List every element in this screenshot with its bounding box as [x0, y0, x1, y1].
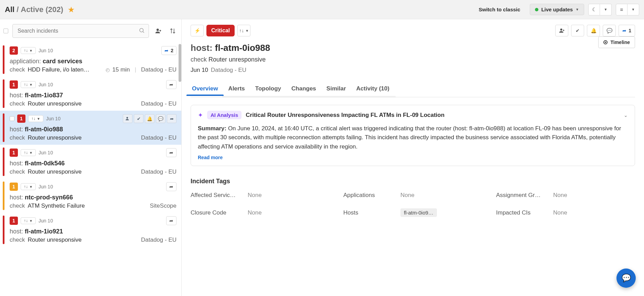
- select-all-checkbox[interactable]: [3, 29, 8, 33]
- chevron-down-icon: ▼: [29, 49, 33, 53]
- title-prefix: host:: [10, 126, 23, 133]
- tag-hosts: Hosts fl-atm-0io9…: [343, 208, 482, 217]
- host-chip[interactable]: fl-atm-0io9…: [400, 208, 437, 217]
- assign-user-button[interactable]: [153, 26, 163, 36]
- dark-mode-button[interactable]: ☾: [588, 4, 600, 15]
- share-icon: ➦: [169, 218, 173, 223]
- switch-to-classic-link[interactable]: Switch to classic: [479, 7, 520, 12]
- chevron-down-icon: ▼: [604, 8, 608, 11]
- severity-pill[interactable]: Critical: [206, 25, 235, 36]
- incident-date: Jun 10: [39, 184, 53, 189]
- tab-alerts[interactable]: Alerts: [227, 83, 246, 97]
- automation-button[interactable]: ⚡: [191, 25, 204, 36]
- ack-button[interactable]: ✔: [134, 114, 143, 123]
- layout-dropdown-button[interactable]: ▼: [627, 4, 639, 15]
- check-label: check: [10, 168, 25, 175]
- chat-fab[interactable]: 💬: [616, 268, 636, 288]
- sort-chip[interactable]: ↑↓▼: [21, 47, 36, 54]
- share-button[interactable]: ➦: [167, 114, 176, 123]
- timeline-button[interactable]: Timeline: [598, 36, 635, 48]
- incident-title: host: fl-atm-0dk546: [10, 160, 176, 167]
- breadcrumb-all[interactable]: All: [5, 5, 14, 14]
- sort-chip[interactable]: ↑↓▼: [21, 183, 36, 190]
- sort-chip[interactable]: ↑↓▼: [21, 149, 36, 156]
- ai-headline: Critical Router Unresponsiveness Impacti…: [246, 112, 444, 119]
- title-value: fl-atm-1io837: [25, 92, 63, 99]
- svg-point-4: [560, 29, 562, 31]
- clock-icon: ◴: [106, 67, 110, 73]
- comment-button[interactable]: 💬: [156, 114, 165, 123]
- share-icon: ➦: [169, 150, 173, 155]
- incident-title: host: fl-atm-0io988: [191, 43, 598, 53]
- notify-button[interactable]: 🔔: [587, 25, 600, 36]
- share-button[interactable]: ➦ 1: [619, 25, 635, 36]
- layout-button[interactable]: ≡: [616, 4, 627, 15]
- detail-toolbar: ⚡ Critical ↑↓ ▼ ✔ 🔔 💬 ➦ 1: [191, 25, 635, 36]
- share-button[interactable]: ➦: [166, 216, 176, 225]
- assign-user-button[interactable]: [555, 25, 568, 36]
- check-circle-icon: ✔: [576, 28, 580, 33]
- share-button[interactable]: ➦ 2: [161, 46, 176, 55]
- incident-date: Jun 10: [39, 82, 53, 87]
- alert-count-badge: 1: [17, 114, 25, 123]
- sort-icon: ↑↓: [31, 116, 35, 121]
- breadcrumb-active[interactable]: Active (202): [21, 5, 63, 14]
- incident-list-panel: 2 ↑↓▼ Jun 10 ➦ 2 application: card servi…: [0, 19, 182, 296]
- share-button[interactable]: ➦: [166, 80, 176, 89]
- incident-title: application: card services: [10, 58, 176, 65]
- incident-subtitle: check HDD Failure, i/o laten… ◴ 15 min |…: [10, 66, 176, 73]
- tab-changes[interactable]: Changes: [290, 83, 318, 97]
- sort-detail-button[interactable]: ↑↓ ▼: [237, 25, 250, 36]
- timeline-icon: [603, 40, 608, 44]
- incident-item[interactable]: 2 ↑↓▼ Jun 10 ➦ 2 application: card servi…: [0, 43, 181, 77]
- tag-label: Closure Code: [191, 209, 242, 216]
- live-updates-toggle[interactable]: Live updates ▼: [530, 4, 584, 15]
- comment-button[interactable]: 💬: [603, 25, 616, 36]
- alert-count-badge: 1: [10, 149, 18, 157]
- search-icon: [139, 28, 145, 35]
- assign-user-button[interactable]: [123, 114, 132, 123]
- ai-summary: Summary: On June 10, 2024, at 16:40 UTC,…: [198, 124, 628, 151]
- tag-label: Impacted CIs: [496, 209, 548, 216]
- incident-source: Datadog - EU: [141, 66, 176, 73]
- incident-item[interactable]: 1 ↑↓▼ Jun 10 ✔ 🔔 💬 ➦ host: fl-atm-0io988…: [0, 111, 181, 145]
- sort-chip[interactable]: ↑↓▼: [21, 217, 36, 224]
- incident-meta: Jun 10 Datadog - EU: [191, 67, 598, 74]
- incident-date: Jun 10: [191, 67, 208, 74]
- incident-source: Datadog - EU: [141, 168, 176, 175]
- notify-button[interactable]: 🔔: [145, 114, 154, 123]
- sort-button[interactable]: [168, 26, 178, 36]
- sort-chip[interactable]: ↑↓▼: [21, 81, 36, 88]
- incident-list: 2 ↑↓▼ Jun 10 ➦ 2 application: card servi…: [0, 43, 181, 296]
- incident-item[interactable]: 1 ↑↓▼ Jun 10 ➦ host: fl-atm-0dk546 check…: [0, 145, 181, 179]
- check-label: check: [10, 134, 25, 141]
- sort-icon: ↑↓: [24, 48, 28, 53]
- incident-title: host: fl-atm-1io837: [10, 92, 176, 99]
- incident-item[interactable]: 1 ↑↓▼ Jun 10 ➦ host: ntc-prod-syn666 che…: [0, 179, 181, 213]
- search-input[interactable]: [12, 24, 149, 38]
- tab-topology[interactable]: Topology: [254, 83, 282, 97]
- row-checkbox[interactable]: [10, 116, 14, 121]
- tab-label: Topology: [255, 85, 281, 92]
- favorite-star-icon[interactable]: ★: [68, 6, 74, 14]
- title-prefix: host:: [10, 194, 23, 201]
- incident-item[interactable]: 1 ↑↓▼ Jun 10 ➦ host: fl-atm-1io921 check…: [0, 213, 181, 247]
- incident-item[interactable]: 1 ↑↓▼ Jun 10 ➦ host: fl-atm-1io837 check…: [0, 77, 181, 111]
- tab-activity[interactable]: Activity (10): [355, 83, 391, 97]
- read-more-link[interactable]: Read more: [198, 155, 223, 160]
- tab-overview[interactable]: Overview: [191, 83, 219, 97]
- share-button[interactable]: ➦: [166, 182, 176, 191]
- expand-card-button[interactable]: ⌄: [624, 112, 628, 118]
- title-value: ntc-prod-syn666: [25, 194, 73, 201]
- summary-body: On June 10, 2024, at 16:40 UTC, a critic…: [198, 125, 621, 150]
- moon-icon: ☾: [592, 7, 597, 13]
- share-button[interactable]: ➦: [166, 148, 176, 157]
- tab-similar[interactable]: Similar: [325, 83, 347, 97]
- tab-label: Activity: [356, 85, 377, 92]
- incident-subtitle: check Router unresponsive Datadog - EU: [10, 168, 176, 175]
- sparkle-icon: ✦: [198, 111, 203, 119]
- incident-source: Datadog - EU: [141, 237, 176, 243]
- ack-button[interactable]: ✔: [571, 25, 584, 36]
- sort-chip[interactable]: ↑↓▼: [28, 115, 43, 122]
- theme-dropdown-button[interactable]: ▼: [600, 4, 612, 15]
